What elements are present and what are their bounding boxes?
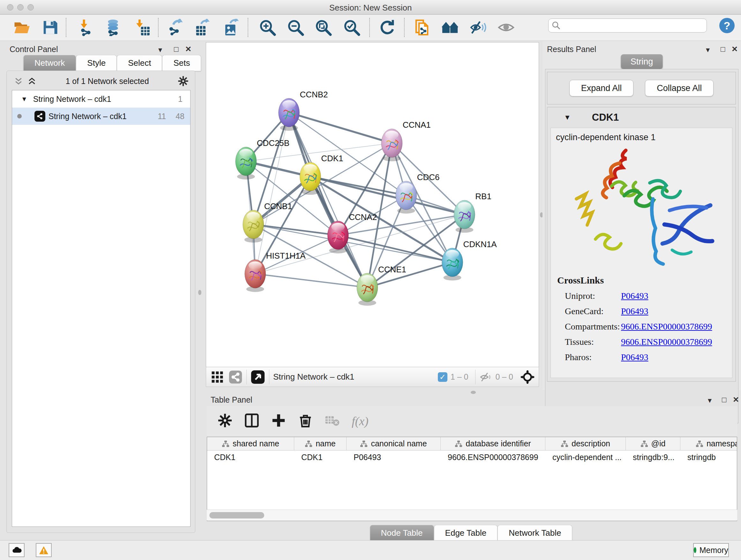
- tab-network-table[interactable]: Network Table: [497, 525, 572, 541]
- table-cell[interactable]: P06493: [347, 453, 441, 462]
- table-cell[interactable]: cyclin-dependent ...: [545, 453, 626, 462]
- crosslink-link[interactable]: P06493: [621, 352, 649, 362]
- tab-select[interactable]: Select: [117, 55, 162, 71]
- table-cell[interactable]: 9606.ENSP00000378699: [441, 453, 545, 462]
- column-header-id[interactable]: @id: [626, 437, 680, 450]
- network-canvas[interactable]: CCNB2CCNA1CDC25BCDK1CDC6RB1CCNB1CCNA2CDK…: [206, 42, 539, 367]
- tab-style[interactable]: Style: [76, 55, 117, 71]
- table-cell[interactable]: stringdb: [680, 453, 737, 462]
- zoom-fit-icon[interactable]: [313, 17, 333, 38]
- help-button[interactable]: ?: [719, 18, 735, 33]
- show-all-networks-icon[interactable]: [440, 17, 461, 38]
- collapse-all-button[interactable]: Collapse All: [645, 80, 714, 97]
- column-header-description[interactable]: description: [545, 437, 626, 450]
- network-node-RB1[interactable]: RB1: [454, 192, 491, 233]
- network-share-view-icon[interactable]: [228, 370, 243, 384]
- zoom-selected-icon[interactable]: [341, 17, 362, 38]
- panel-collapse-icon[interactable]: ▾: [158, 45, 162, 54]
- network-edge[interactable]: [338, 235, 452, 262]
- network-node-CDK1[interactable]: CDK1: [300, 154, 343, 195]
- export-image-icon[interactable]: [221, 17, 241, 38]
- tab-edge-table[interactable]: Edge Table: [434, 525, 498, 541]
- import-network-from-database-icon[interactable]: [103, 17, 123, 38]
- expand-all-button[interactable]: Expand All: [569, 80, 634, 97]
- hidden-eye-icon[interactable]: [479, 371, 492, 383]
- crosslink-link[interactable]: P06493: [621, 306, 649, 316]
- network-collection-row[interactable]: ▼ String Network – cdk1 1: [12, 90, 190, 108]
- delete-column-trash-icon[interactable]: [298, 413, 313, 429]
- table-cell[interactable]: CDK1: [294, 453, 347, 462]
- zoom-out-icon[interactable]: [285, 17, 306, 38]
- network-edge[interactable]: [253, 225, 338, 235]
- table-row[interactable]: CDK1CDK1P064939606.ENSP00000378699cyclin…: [207, 450, 737, 464]
- birds-eye-view-icon[interactable]: [251, 370, 265, 384]
- memory-button[interactable]: Memory: [693, 543, 729, 557]
- panel-float-icon[interactable]: □: [174, 45, 179, 54]
- collapse-all-icon[interactable]: [14, 76, 23, 86]
- tab-node-table[interactable]: Node Table: [370, 525, 434, 541]
- zoom-in-icon[interactable]: [257, 17, 278, 38]
- network-edge[interactable]: [255, 274, 367, 288]
- panel-float-icon[interactable]: □: [722, 395, 727, 404]
- import-network-icon[interactable]: [76, 17, 97, 38]
- add-column-icon[interactable]: [271, 413, 286, 429]
- panel-collapse-icon[interactable]: ▾: [706, 45, 710, 54]
- search-input[interactable]: [548, 18, 707, 33]
- panel-collapse-icon[interactable]: ▾: [708, 396, 712, 405]
- fit-content-crosshair-icon[interactable]: [520, 370, 535, 384]
- warning-button[interactable]: [36, 543, 52, 557]
- network-node-CCNB2[interactable]: CCNB2: [279, 90, 328, 131]
- export-table-icon[interactable]: [192, 17, 213, 38]
- crosslink-link[interactable]: 9606.ENSP00000378699: [621, 337, 712, 347]
- network-row[interactable]: String Network – cdk1 11 48: [12, 108, 190, 125]
- refresh-icon[interactable]: [377, 17, 397, 38]
- column-header-namespace[interactable]: namespace: [680, 437, 737, 450]
- delete-table-icon[interactable]: [325, 413, 340, 429]
- network-edge[interactable]: [289, 113, 367, 288]
- column-header-canonical-name[interactable]: canonical name: [347, 437, 441, 450]
- network-edge[interactable]: [289, 113, 392, 143]
- tab-sets[interactable]: Sets: [162, 55, 201, 71]
- string-network-graph[interactable]: CCNB2CCNA1CDC25BCDK1CDC6RB1CCNB1CCNA2CDK…: [206, 43, 539, 367]
- tab-string[interactable]: String: [621, 54, 663, 69]
- table-cell[interactable]: stringdb:9...: [626, 453, 680, 462]
- import-table-icon[interactable]: [131, 17, 152, 38]
- results-buttons-row: Expand All Collapse All: [547, 72, 736, 105]
- clone-network-icon[interactable]: [412, 17, 432, 38]
- open-session-icon[interactable]: [11, 17, 32, 38]
- splitter-handle[interactable]: [198, 290, 201, 295]
- panel-close-icon[interactable]: ✕: [733, 395, 739, 404]
- select-columns-icon[interactable]: [245, 413, 259, 429]
- panel-close-icon[interactable]: ✕: [185, 45, 192, 54]
- tab-network[interactable]: Network: [23, 55, 76, 71]
- panel-close-icon[interactable]: ✕: [731, 45, 738, 54]
- gear-icon[interactable]: [178, 76, 189, 86]
- tree-expander-icon[interactable]: ▼: [21, 96, 27, 103]
- crosslink-link[interactable]: 9606.ENSP00000378699: [621, 321, 712, 332]
- network-node-CDKN1A[interactable]: CDKN1A: [442, 240, 497, 281]
- scrollbar-thumb[interactable]: [209, 512, 264, 518]
- column-header-database-identifier[interactable]: database identifier: [441, 437, 545, 450]
- table-cell[interactable]: CDK1: [207, 453, 294, 462]
- section-expander-icon[interactable]: ▼: [564, 113, 571, 122]
- cloud-button[interactable]: [9, 543, 24, 557]
- network-node-CCNE1[interactable]: CCNE1: [357, 265, 406, 306]
- table-gear-icon[interactable]: [218, 413, 232, 429]
- hide-selected-icon[interactable]: [468, 17, 488, 38]
- network-edge[interactable]: [255, 113, 289, 274]
- save-session-icon[interactable]: [40, 17, 60, 38]
- show-eye-icon[interactable]: [496, 17, 516, 38]
- export-network-icon[interactable]: [165, 17, 186, 38]
- expand-all-icon[interactable]: [27, 76, 37, 86]
- network-edge[interactable]: [255, 214, 465, 274]
- column-header-name[interactable]: name: [294, 437, 347, 450]
- grid-view-icon[interactable]: [211, 370, 224, 384]
- table-horizontal-scrollbar[interactable]: [207, 509, 737, 520]
- function-builder-icon[interactable]: f(x): [352, 414, 368, 428]
- column-header-shared-name[interactable]: shared name: [207, 437, 294, 450]
- network-node-CCNA1[interactable]: CCNA1: [381, 120, 431, 161]
- panel-float-icon[interactable]: □: [721, 45, 725, 54]
- selected-checkbox-icon[interactable]: ✓: [438, 372, 448, 382]
- crosslink-link[interactable]: P06493: [621, 291, 649, 301]
- gene-section-header[interactable]: ▼ CDK1: [547, 107, 736, 128]
